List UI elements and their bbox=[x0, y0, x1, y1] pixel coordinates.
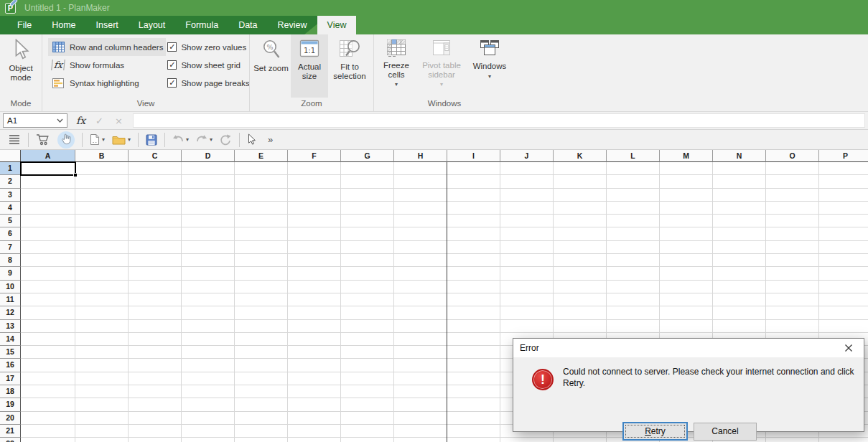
cell-o4[interactable] bbox=[766, 202, 819, 215]
row-header-20[interactable]: 20 bbox=[0, 412, 21, 425]
row-header-11[interactable]: 11 bbox=[0, 293, 21, 306]
cell-m7[interactable] bbox=[660, 241, 713, 254]
show-zero-values-checkbox[interactable]: ✓Show zero values bbox=[167, 38, 249, 56]
row-header-17[interactable]: 17 bbox=[0, 372, 21, 385]
cell-b19[interactable] bbox=[75, 398, 129, 411]
cell-f16[interactable] bbox=[288, 359, 341, 372]
cell-m12[interactable] bbox=[660, 306, 713, 319]
cell-d17[interactable] bbox=[182, 372, 235, 385]
cell-m13[interactable] bbox=[660, 320, 713, 333]
cell-g19[interactable] bbox=[341, 398, 394, 411]
cell-p22[interactable] bbox=[819, 438, 868, 442]
cell-o3[interactable] bbox=[766, 189, 819, 202]
cell-a12[interactable] bbox=[21, 306, 75, 319]
cell-f5[interactable] bbox=[288, 215, 341, 227]
cell-c9[interactable] bbox=[129, 267, 182, 280]
row-header-9[interactable]: 9 bbox=[0, 267, 21, 280]
cell-h15[interactable] bbox=[394, 346, 447, 359]
cell-p9[interactable] bbox=[819, 267, 868, 280]
cell-a21[interactable] bbox=[21, 425, 75, 438]
row-header-7[interactable]: 7 bbox=[0, 241, 21, 254]
cell-n13[interactable] bbox=[713, 320, 766, 333]
cell-n2[interactable] bbox=[713, 175, 766, 188]
cell-f19[interactable] bbox=[288, 398, 341, 411]
cell-e14[interactable] bbox=[235, 333, 288, 346]
cell-l8[interactable] bbox=[607, 254, 660, 267]
cell-k12[interactable] bbox=[554, 306, 607, 319]
cell-g16[interactable] bbox=[341, 359, 394, 372]
cell-e20[interactable] bbox=[235, 412, 288, 425]
cell-f22[interactable] bbox=[288, 438, 341, 442]
cell-g3[interactable] bbox=[341, 189, 394, 202]
cell-c21[interactable] bbox=[129, 425, 182, 438]
cell-i11[interactable] bbox=[447, 293, 500, 306]
cell-c8[interactable] bbox=[129, 254, 182, 267]
cell-g7[interactable] bbox=[341, 241, 394, 254]
cell-k6[interactable] bbox=[554, 227, 607, 240]
cell-k10[interactable] bbox=[554, 281, 607, 293]
cell-f2[interactable] bbox=[288, 175, 341, 188]
cell-c7[interactable] bbox=[129, 241, 182, 254]
cell-c13[interactable] bbox=[129, 320, 182, 333]
dropdown-caret-icon[interactable]: ▾ bbox=[186, 136, 189, 143]
cell-h1[interactable] bbox=[394, 162, 447, 175]
cell-f1[interactable] bbox=[288, 162, 341, 175]
cell-f13[interactable] bbox=[288, 320, 341, 333]
cell-i8[interactable] bbox=[447, 254, 500, 267]
cell-n11[interactable] bbox=[713, 293, 766, 306]
cell-n12[interactable] bbox=[713, 306, 766, 319]
cell-j8[interactable] bbox=[500, 254, 554, 267]
cell-e16[interactable] bbox=[235, 359, 288, 372]
cell-a22[interactable] bbox=[21, 438, 75, 442]
cell-g18[interactable] bbox=[341, 385, 394, 398]
cell-a16[interactable] bbox=[21, 359, 75, 372]
cell-a15[interactable] bbox=[21, 346, 75, 359]
cell-f10[interactable] bbox=[288, 281, 341, 293]
cell-h18[interactable] bbox=[394, 385, 447, 398]
cell-d7[interactable] bbox=[182, 241, 235, 254]
cell-c3[interactable] bbox=[129, 189, 182, 202]
cell-o12[interactable] bbox=[766, 306, 819, 319]
cell-e13[interactable] bbox=[235, 320, 288, 333]
cell-g11[interactable] bbox=[341, 293, 394, 306]
cell-e12[interactable] bbox=[235, 306, 288, 319]
cell-l12[interactable] bbox=[607, 306, 660, 319]
cell-p8[interactable] bbox=[819, 254, 868, 267]
cell-l7[interactable] bbox=[607, 241, 660, 254]
cell-j3[interactable] bbox=[500, 189, 554, 202]
cell-i16[interactable] bbox=[447, 359, 500, 372]
cell-o1[interactable] bbox=[766, 162, 819, 175]
cell-g14[interactable] bbox=[341, 333, 394, 346]
cell-d2[interactable] bbox=[182, 175, 235, 188]
dropdown-caret-icon[interactable]: ▾ bbox=[210, 136, 213, 143]
cell-c20[interactable] bbox=[129, 412, 182, 425]
cell-k1[interactable] bbox=[554, 162, 607, 175]
tab-file[interactable]: File bbox=[7, 16, 42, 34]
cell-c11[interactable] bbox=[129, 293, 182, 306]
cell-reference-box[interactable]: A1 bbox=[3, 113, 67, 128]
cell-o5[interactable] bbox=[766, 215, 819, 227]
tab-data[interactable]: Data bbox=[228, 16, 267, 34]
cell-h11[interactable] bbox=[394, 293, 447, 306]
open-folder-button[interactable]: ▾ bbox=[108, 131, 134, 149]
cell-m8[interactable] bbox=[660, 254, 713, 267]
shopping-cart-button[interactable] bbox=[32, 131, 54, 149]
cell-g1[interactable] bbox=[341, 162, 394, 175]
column-header-c[interactable]: C bbox=[129, 150, 182, 162]
cell-h2[interactable] bbox=[394, 175, 447, 188]
column-header-p[interactable]: P bbox=[819, 150, 868, 162]
cell-b11[interactable] bbox=[75, 293, 129, 306]
error-dialog-titlebar[interactable]: Error bbox=[513, 339, 864, 357]
tab-home[interactable]: Home bbox=[42, 16, 85, 34]
cell-n5[interactable] bbox=[713, 215, 766, 227]
cell-f6[interactable] bbox=[288, 227, 341, 240]
tab-view[interactable]: View bbox=[317, 16, 357, 34]
cell-e2[interactable] bbox=[235, 175, 288, 188]
cell-b22[interactable] bbox=[75, 438, 129, 442]
cell-o8[interactable] bbox=[766, 254, 819, 267]
cell-i13[interactable] bbox=[447, 320, 500, 333]
cell-d14[interactable] bbox=[182, 333, 235, 346]
cell-h7[interactable] bbox=[394, 241, 447, 254]
cell-c1[interactable] bbox=[129, 162, 182, 175]
cell-a11[interactable] bbox=[21, 293, 75, 306]
